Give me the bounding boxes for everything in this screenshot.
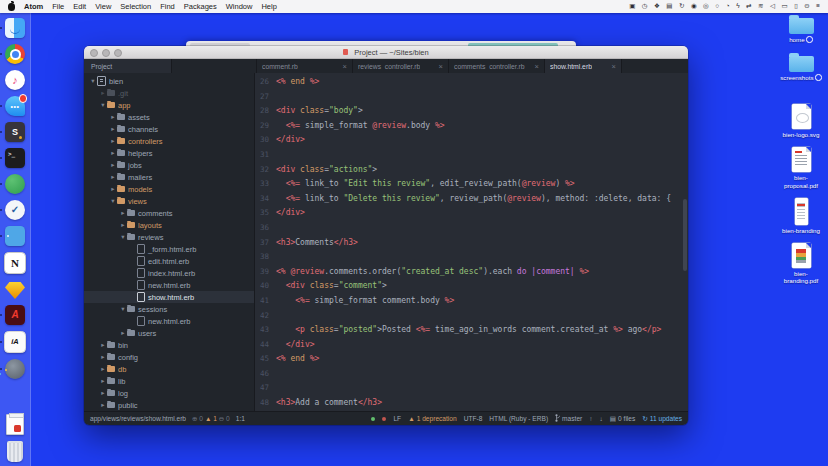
- tree-item-channels[interactable]: ▸channels: [84, 123, 254, 135]
- eye-icon[interactable]: ◉: [691, 3, 697, 10]
- dock-notion-icon[interactable]: N: [4, 252, 26, 274]
- disclosure-closed-icon[interactable]: ▸: [109, 137, 117, 145]
- disclosure-open-icon[interactable]: ▾: [119, 305, 127, 313]
- disclosure-closed-icon[interactable]: ▸: [109, 125, 117, 133]
- disclosure-closed-icon[interactable]: ▸: [99, 365, 107, 373]
- tree-item-app[interactable]: ▾app: [84, 99, 254, 111]
- menu-help[interactable]: Help: [261, 2, 276, 11]
- tree-item-form-html-erb[interactable]: _form.html.erb: [84, 243, 254, 255]
- tree-item-helpers[interactable]: ▸helpers: [84, 147, 254, 159]
- disclosure-closed-icon[interactable]: ▸: [109, 161, 117, 169]
- tree-item-assets[interactable]: ▸assets: [84, 111, 254, 123]
- menu-edit[interactable]: Edit: [73, 2, 86, 11]
- zoom-window-button[interactable]: [114, 49, 122, 57]
- tree-item-views[interactable]: ▾views: [84, 195, 254, 207]
- tree-item-comments[interactable]: ▸comments: [84, 207, 254, 219]
- disclosure-closed-icon[interactable]: ▸: [99, 377, 107, 385]
- disclosure-closed-icon[interactable]: ▸: [109, 113, 117, 121]
- cursor-position[interactable]: 1:1: [236, 415, 245, 422]
- disclosure-closed-icon[interactable]: ▸: [119, 209, 127, 217]
- tree-item-bien[interactable]: ▾bien: [84, 75, 254, 87]
- menu-packages[interactable]: Packages: [184, 2, 217, 11]
- battery-icon[interactable]: ▯: [794, 3, 798, 10]
- tree-item-lib[interactable]: ▸lib: [84, 375, 254, 387]
- close-tab-icon[interactable]: ×: [535, 62, 539, 71]
- dock-acrobat-icon[interactable]: A: [5, 305, 25, 325]
- circle-status-icon[interactable]: ○: [715, 3, 719, 10]
- disclosure-open-icon[interactable]: ▾: [89, 77, 97, 85]
- menu-file[interactable]: File: [52, 2, 64, 11]
- clock-icon[interactable]: ◷: [642, 3, 648, 10]
- git-pull-arrow[interactable]: ↓: [600, 415, 603, 422]
- disclosure-open-icon[interactable]: ▾: [119, 233, 127, 241]
- menu-selection[interactable]: Selection: [120, 2, 151, 11]
- disclosure-closed-icon[interactable]: ▸: [109, 149, 117, 157]
- tree-item-mailers[interactable]: ▸mailers: [84, 171, 254, 183]
- dock-finder-icon[interactable]: [5, 18, 25, 38]
- tree-item-new-html-erb[interactable]: new.html.erb: [84, 315, 254, 327]
- desktop-icon-bien-logo-svg[interactable]: bien-logo.svg: [777, 104, 825, 138]
- tree-item-log[interactable]: ▸log: [84, 387, 254, 399]
- spotlight-search-icon[interactable]: ⊙: [804, 3, 809, 10]
- desktop-icon-home[interactable]: home: [777, 14, 825, 43]
- menu-view[interactable]: View: [95, 2, 111, 11]
- tree-item-db[interactable]: ▸db: [84, 363, 254, 375]
- display-mirroring-icon[interactable]: ▭: [782, 3, 788, 10]
- timer-icon[interactable]: ◔: [726, 3, 730, 10]
- grid-icon[interactable]: ▤: [666, 3, 672, 10]
- grammar-selector[interactable]: HTML (Ruby - ERB): [489, 415, 548, 422]
- close-tab-icon[interactable]: ×: [612, 62, 616, 71]
- tree-item-reviews[interactable]: ▾reviews: [84, 231, 254, 243]
- dock-screenflow-icon[interactable]: [5, 359, 25, 379]
- disclosure-closed-icon[interactable]: ▸: [99, 341, 107, 349]
- wifi-icon[interactable]: ≋: [758, 3, 763, 10]
- disclosure-open-icon[interactable]: ▾: [99, 101, 107, 109]
- dock-terminal-icon[interactable]: >_: [5, 148, 25, 168]
- tree-item-new-html-erb[interactable]: new.html.erb: [84, 279, 254, 291]
- dock-ia-icon[interactable]: iA: [4, 331, 26, 353]
- dock-stack-icon[interactable]: [6, 414, 24, 435]
- disclosure-closed-icon[interactable]: ▸: [99, 89, 107, 97]
- menu-atom[interactable]: Atom: [24, 2, 43, 11]
- window-title-bar[interactable]: Project — ~/Sites/bien: [84, 46, 688, 59]
- scrollbar-handle[interactable]: [683, 199, 687, 271]
- git-push-arrow[interactable]: ↑: [589, 415, 592, 422]
- dock-messages-icon[interactable]: •••: [5, 96, 25, 116]
- close-tab-icon[interactable]: ×: [343, 62, 347, 71]
- tree-item-config[interactable]: ▸config: [84, 351, 254, 363]
- tab-show-html-erb[interactable]: show.html.erb×: [545, 59, 622, 73]
- minimize-window-button[interactable]: [102, 49, 110, 57]
- tree-item-bin[interactable]: ▸bin: [84, 339, 254, 351]
- disclosure-open-icon[interactable]: ▾: [109, 197, 117, 205]
- tree-item-layouts[interactable]: ▸layouts: [84, 219, 254, 231]
- git-branch[interactable]: master: [555, 414, 582, 423]
- tree-item-public[interactable]: ▸public: [84, 399, 254, 411]
- dock-tweetbot-icon[interactable]: [5, 226, 25, 246]
- tree-item-controllers[interactable]: ▸controllers: [84, 135, 254, 147]
- record-icon[interactable]: ◎: [703, 3, 709, 10]
- disclosure-closed-icon[interactable]: ▸: [109, 185, 117, 193]
- dock-checkmark-icon[interactable]: ✓: [5, 200, 25, 220]
- dock-sketch-icon[interactable]: [5, 282, 25, 299]
- editor[interactable]: 2627282930313233343536373839404142434445…: [255, 73, 688, 411]
- line-ending-selector[interactable]: LF: [393, 415, 401, 422]
- tree-item-git[interactable]: ▸.git: [84, 87, 254, 99]
- desktop-icon-screenshots[interactable]: screenshots: [777, 52, 825, 81]
- tree-item-edit-html-erb[interactable]: edit.html.erb: [84, 255, 254, 267]
- encoding-selector[interactable]: UTF-8: [464, 415, 483, 422]
- tree-item-sessions[interactable]: ▾sessions: [84, 303, 254, 315]
- dock-music-icon[interactable]: ♪: [5, 70, 25, 90]
- dock-slack-icon[interactable]: S: [5, 122, 25, 142]
- tree-item-users[interactable]: ▸users: [84, 327, 254, 339]
- volume-icon[interactable]: ◁: [770, 3, 775, 10]
- dock-chrome-icon[interactable]: [5, 44, 25, 64]
- tab-comments-controller-rb[interactable]: comments_controller.rb×: [449, 59, 545, 73]
- menu-find[interactable]: Find: [160, 2, 175, 11]
- disclosure-closed-icon[interactable]: ▸: [119, 221, 127, 229]
- git-changed-files[interactable]: ▤0 files: [610, 415, 635, 423]
- notification-center-icon[interactable]: ≡: [816, 3, 820, 10]
- tab-project[interactable]: Project: [84, 59, 172, 73]
- disclosure-closed-icon[interactable]: ▸: [119, 329, 127, 337]
- tree-item-models[interactable]: ▸models: [84, 183, 254, 195]
- dock-trash-icon[interactable]: [7, 441, 23, 462]
